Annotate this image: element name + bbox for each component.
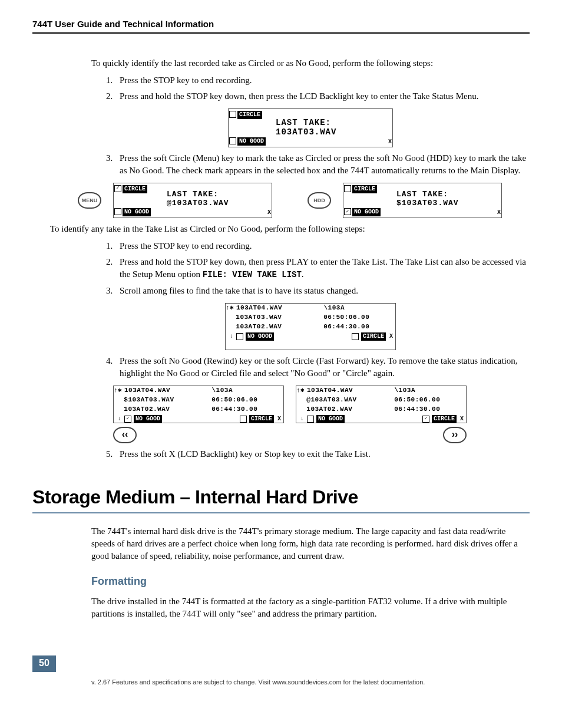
intro-paragraph-2: To identify any take in the Take List as… (50, 223, 530, 235)
take-row-file: 103AT04.WAV (233, 304, 324, 312)
storage-paragraph: The 744T's internal hard disk drive is t… (91, 525, 530, 562)
step-b2-text: Press and hold the STOP key down, then p… (120, 257, 526, 279)
circle-label: CIRCLE (249, 415, 274, 423)
step-b4-text-a: Press the soft No Good (Rewind) key or t… (120, 356, 388, 365)
menu-button[interactable]: MENU (78, 192, 101, 209)
menu-path: FILE: VIEW TAKE LIST (203, 270, 302, 279)
take-row-file-selected: 103AT03.WAV (236, 314, 282, 321)
nogood-label: NO GOOD (352, 208, 381, 216)
nogood-label: NO GOOD (123, 208, 151, 216)
check-icon: ✓ (422, 416, 429, 423)
lcd-take-list-nogood: ↑✱103AT04.WAV\103A $103AT03.WAV06:50:06.… (113, 386, 284, 423)
nogood-label: NO GOOD (246, 332, 274, 341)
step-b4: Press the soft No Good (Rewind) key or t… (115, 355, 530, 380)
circle-label: CIRCLE (432, 415, 457, 423)
circle-label: CIRCLE (123, 185, 147, 193)
period: . (302, 269, 304, 279)
take-row-time-selected: 06:50:06.00 (323, 314, 369, 321)
take-row-time: 06:44:30.00 (211, 405, 283, 414)
take-row-file: 103AT02.WAV (232, 322, 323, 331)
take-row-time: 06:44:30.00 (323, 322, 395, 331)
x-icon: X (267, 209, 271, 217)
step-a3: Press the soft Circle (Menu) key to mark… (115, 152, 530, 177)
rewind-button[interactable]: ‹‹ (113, 427, 137, 443)
circle-label: CIRCLE (352, 185, 377, 193)
last-take-file: $103AT03.WAV (396, 198, 459, 209)
step-b2: Press and hold the STOP key down, then p… (115, 256, 530, 281)
lcd-take-list-circled: ↑✱103AT04.WAV\103A @103AT03.WAV06:50:06.… (296, 386, 467, 423)
take-row-file: 103AT04.WAV (303, 386, 395, 395)
intro-paragraph-1: To quickly identify the last recorded ta… (91, 57, 530, 70)
take-row-file-selected: @103AT03.WAV (306, 396, 356, 403)
lcd-take-list: ↑✱103AT04.WAV\103A 103AT03.WAV06:50:06.0… (225, 303, 396, 350)
section-heading: Storage Medium – Internal Hard Drive (32, 484, 530, 514)
x-icon: X (388, 138, 392, 146)
subsection-heading: Formatting (91, 574, 530, 589)
take-row-time: 06:44:30.00 (394, 405, 466, 414)
take-row-file-selected: $103AT03.WAV (124, 396, 174, 403)
check-icon: ✓ (344, 208, 351, 215)
nogood-label: NO GOOD (316, 415, 345, 423)
page-number: 50 (32, 655, 56, 672)
step-a2: Press and hold the STOP key down, then p… (115, 90, 530, 103)
last-take-file: 103AT03.WAV (276, 127, 336, 139)
lcd-nogood: CIRCLE ✓NO GOOD LAST TAKE: $103AT03.WAV … (343, 183, 502, 218)
take-row-folder: \103A (395, 386, 467, 395)
last-take-file: @103AT03.WAV (167, 198, 229, 209)
take-row-file: 103AT02.WAV (120, 405, 211, 414)
step-a1: Press the STOP key to end recording. (115, 74, 530, 87)
step-b1: Press the STOP key to end recording. (115, 240, 530, 252)
check-icon: ✓ (114, 185, 121, 192)
circle-label: CIRCLE (237, 111, 262, 119)
take-row-folder: \103A (324, 304, 396, 312)
formatting-paragraph: The drive installed in the 744T is forma… (91, 595, 530, 620)
check-icon: ✓ (124, 416, 131, 423)
take-row-time-selected: 06:50:06.00 (394, 396, 440, 403)
footer-text: v. 2.67 Features and specifications are … (32, 678, 530, 687)
nogood-label: NO GOOD (237, 137, 266, 146)
x-icon: X (497, 209, 501, 217)
take-row-file: 103AT04.WAV (121, 386, 212, 395)
page-header: 744T User Guide and Technical Informatio… (32, 18, 530, 34)
hdd-button[interactable]: HDD (308, 192, 331, 209)
take-row-time-selected: 06:50:06.00 (211, 396, 257, 403)
step-b3: Scroll among files to find the take that… (115, 285, 530, 297)
lcd-circled: ✓CIRCLE NO GOOD LAST TAKE: @103AT03.WAV … (113, 183, 272, 218)
fastforward-button[interactable]: ›› (443, 427, 467, 443)
circle-label: CIRCLE (361, 332, 386, 341)
step-b5: Press the soft X (LCD Backlight) key or … (115, 448, 530, 460)
lcd-take-status: CIRCLE NO GOOD LAST TAKE: 103AT03.WAV X (228, 108, 393, 147)
take-row-folder: \103A (212, 386, 284, 395)
nogood-label: NO GOOD (134, 415, 162, 423)
take-row-file: 103AT02.WAV (303, 405, 394, 414)
